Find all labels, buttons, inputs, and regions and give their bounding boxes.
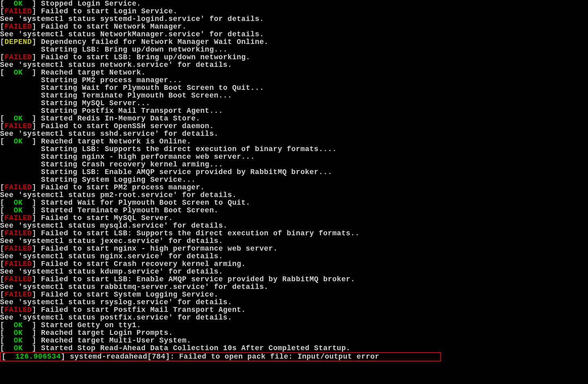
log-message: Failed to start System Logging Service.: [36, 291, 218, 299]
indent: [0, 153, 41, 161]
log-line: Starting MySQL Server...: [0, 100, 588, 107]
log-line: See 'systemctl status systemd-logind.ser…: [0, 15, 588, 23]
bracket-close: ]: [32, 214, 36, 222]
bracket-close: ]: [32, 183, 36, 191]
status-ok: OK: [14, 321, 23, 329]
log-message: See 'systemctl status sshd.service' for …: [0, 130, 218, 138]
indent: [0, 99, 41, 107]
bracket-close: ]: [32, 114, 36, 122]
status-ok: OK: [14, 336, 23, 345]
log-line: Starting Terminate Plymouth Boot Screen.…: [0, 92, 588, 100]
log-message: See 'systemctl status network.service' f…: [0, 61, 232, 69]
log-line: [ OK ] Reached target Network.: [0, 69, 588, 77]
bracket-open: [: [0, 245, 4, 253]
status-ok: OK: [14, 329, 23, 337]
indent: [0, 91, 41, 100]
log-message: Reached target Network.: [36, 68, 145, 77]
log-line: See 'systemctl status NetworkManager.ser…: [0, 31, 588, 38]
log-message: Reached target Network is Online.: [36, 137, 191, 145]
bracket-close: ]: [32, 53, 36, 61]
pad: [23, 321, 32, 329]
log-message: Failed to start LSB: Supports the direct…: [36, 229, 359, 237]
status-failed: FAILED: [4, 122, 32, 130]
status-depend: DEPEND: [4, 38, 32, 46]
pad: [4, 68, 14, 77]
bracket-close: ]: [32, 7, 36, 15]
bracket-open: [: [0, 321, 4, 329]
log-message: Starting nginx - high performance web se…: [41, 153, 255, 161]
bracket-close: ]: [61, 353, 65, 361]
bracket-close: ]: [32, 137, 36, 145]
log-message: Failed to start MySQL Server.: [36, 214, 173, 222]
bracket-open: [: [0, 122, 4, 130]
log-line: [ OK ] Reached target Multi-User System.: [0, 337, 588, 345]
pad: [4, 329, 14, 337]
indent: [0, 176, 41, 184]
bracket-open: [: [0, 0, 4, 8]
pad: [23, 199, 32, 207]
log-line: [FAILED] Failed to start Login Service.: [0, 8, 588, 15]
boot-console: [ OK ] Stopped Login Service.[FAILED] Fa…: [0, 0, 588, 361]
bracket-close: ]: [32, 336, 36, 345]
log-line: [FAILED] Failed to start System Logging …: [0, 291, 588, 299]
error-highlight-box: [ 126.906534] systemd-readahead[784]: Fa…: [0, 352, 441, 361]
log-line: Starting LSB: Bring up/down networking..…: [0, 46, 588, 54]
pad: [4, 0, 14, 8]
status-failed: FAILED: [4, 291, 32, 299]
log-message: Started Stop Read-Ahead Data Collection …: [36, 344, 350, 352]
bracket-open: [: [0, 183, 4, 191]
log-message: See 'systemctl status pm2-root.service' …: [0, 191, 237, 199]
bracket-close: ]: [32, 275, 36, 283]
status-ok: OK: [14, 0, 23, 8]
log-message: Starting LSB: Bring up/down networking..…: [41, 46, 228, 54]
bracket-close: ]: [32, 329, 36, 337]
pad: [23, 336, 32, 345]
highlighted-error-line: [ 126.906534] systemd-readahead[784]: Fa…: [0, 352, 588, 361]
log-line: [FAILED] Failed to start LSB: Supports t…: [0, 230, 588, 237]
status-ok: OK: [14, 114, 23, 122]
log-line: See 'systemctl status mysqld.service' fo…: [0, 222, 588, 230]
bracket-open: [: [0, 214, 4, 222]
pad: [23, 344, 32, 352]
log-message: Starting PM2 process manager...: [41, 76, 182, 84]
bracket-close: ]: [32, 344, 36, 352]
bracket-open: [: [0, 137, 4, 145]
bracket-open: [: [0, 260, 4, 268]
bracket-open: [: [0, 68, 4, 77]
bracket-close: ]: [32, 68, 36, 77]
log-line: [FAILED] Failed to start Network Manager…: [0, 23, 588, 31]
bracket-close: ]: [32, 122, 36, 130]
log-line: [ OK ] Started Terminate Plymouth Boot S…: [0, 207, 588, 214]
log-message: Starting Postfix Mail Transport Agent...: [41, 107, 223, 115]
log-line: Starting System Logging Service...: [0, 176, 588, 184]
log-line: See 'systemctl status postfix.service' f…: [0, 314, 588, 322]
log-message: See 'systemctl status jexec.service' for…: [0, 237, 223, 245]
pad: [23, 68, 32, 77]
bracket-open: [: [0, 344, 4, 352]
bracket-open: [: [2, 353, 6, 361]
log-message: Started Terminate Plymouth Boot Screen.: [36, 206, 218, 214]
log-line: [ OK ] Started Redis In-Memory Data Stor…: [0, 115, 588, 122]
log-message: Starting Wait for Plymouth Boot Screen t…: [41, 84, 264, 92]
log-message: See 'systemctl status NetworkManager.ser…: [0, 30, 264, 38]
bracket-open: [: [0, 206, 4, 214]
log-line: Starting PM2 process manager...: [0, 77, 588, 84]
log-line: [FAILED] Failed to start PM2 process man…: [0, 184, 588, 191]
pad: [4, 199, 14, 207]
log-message: Stopped Login Service.: [36, 0, 141, 8]
bracket-close: ]: [32, 291, 36, 299]
bracket-close: ]: [32, 260, 36, 268]
log-line: See 'systemctl status pm2-root.service' …: [0, 191, 588, 199]
status-failed: FAILED: [4, 245, 32, 253]
log-message: See 'systemctl status kdump.service' for…: [0, 268, 223, 276]
status-failed: FAILED: [4, 214, 32, 222]
pad: [4, 137, 14, 145]
log-message: See 'systemctl status rabbitmq-server.se…: [0, 283, 269, 291]
log-line: Starting LSB: Supports the direct execut…: [0, 145, 588, 153]
status-failed: FAILED: [4, 229, 32, 237]
log-message: See 'systemctl status nginx.service' for…: [0, 252, 223, 260]
log-line: See 'systemctl status kdump.service' for…: [0, 268, 588, 276]
bracket-close: ]: [32, 199, 36, 207]
log-message: Starting System Logging Service...: [41, 176, 196, 184]
log-line: Starting Postfix Mail Transport Agent...: [0, 107, 588, 115]
